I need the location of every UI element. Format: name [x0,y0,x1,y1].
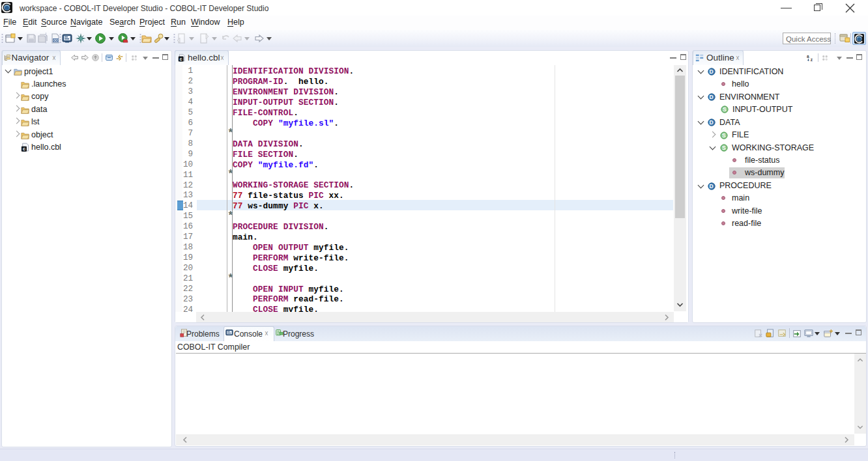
svg-text:D: D [710,68,714,75]
svg-text:a: a [807,54,809,59]
svg-text:S: S [722,132,726,139]
svg-text:c: c [23,147,26,152]
svg-text:c: c [180,57,182,62]
svg-text:z: z [811,57,813,62]
svg-text:D: D [710,94,714,100]
svg-text:S: S [722,145,726,151]
svg-text:D: D [710,119,714,126]
svg-text:D: D [710,183,714,189]
svg-text:S: S [723,106,727,113]
